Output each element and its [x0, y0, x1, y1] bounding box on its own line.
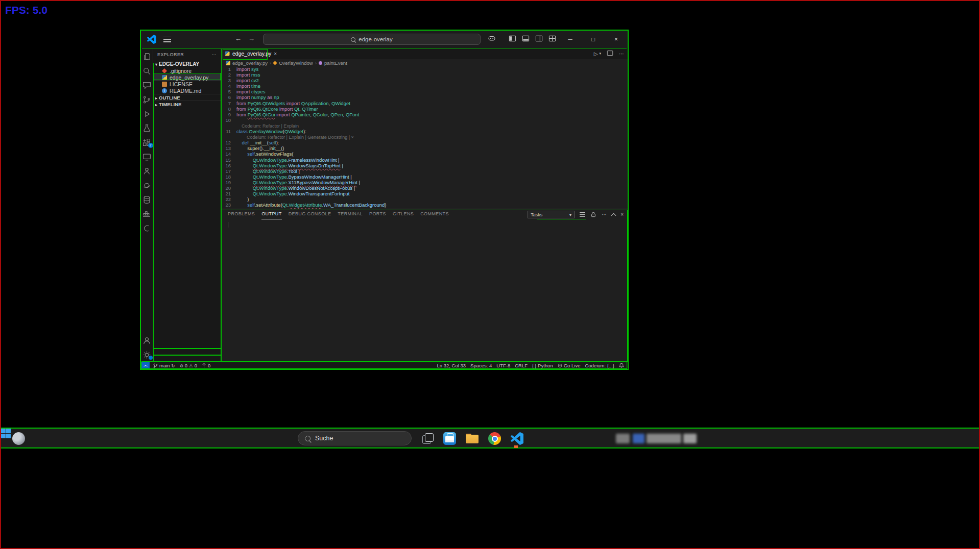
codeium-status[interactable]: Codeium: {...} — [585, 363, 614, 368]
account-icon[interactable] — [141, 333, 153, 347]
line-content: self.setWindowFlags( — [236, 151, 293, 157]
ports-status[interactable]: 0 — [202, 363, 210, 368]
breadcrumb-item[interactable]: edge_overlay.py — [232, 60, 268, 66]
folder-section-header[interactable]: EDGE-OVERLAY — [153, 61, 221, 67]
output-channel-dropdown[interactable]: Tasks ▾ — [528, 211, 575, 218]
customize-layout-icon[interactable] — [548, 35, 556, 44]
forward-icon[interactable]: → — [248, 35, 255, 42]
fps-counter: FPS: 5.0 — [5, 4, 47, 16]
system-tray-redacted[interactable] — [616, 434, 630, 443]
go-live-button[interactable]: Go Live — [558, 363, 581, 368]
code-line-5: 5import ctypes — [221, 89, 628, 94]
panel-tab-problems[interactable]: PROBLEMS — [228, 209, 255, 219]
outline-section[interactable]: OUTLINE — [153, 94, 221, 101]
close-panel-icon[interactable]: × — [620, 212, 624, 217]
file-label: README.md — [170, 88, 201, 94]
code-line-16: 16 Qt.WindowType.WindowStaysOnTopHint | — [221, 163, 628, 168]
docker-icon[interactable] — [141, 207, 153, 221]
source-control-icon[interactable] — [141, 92, 153, 107]
chrome-icon[interactable] — [488, 432, 501, 445]
code-line-1: 1import sys — [221, 66, 628, 72]
toggle-panel-icon[interactable] — [522, 35, 530, 44]
database-icon[interactable] — [141, 192, 153, 207]
menu-hamburger-icon[interactable] — [163, 37, 171, 42]
vscode-taskbar-icon[interactable] — [511, 432, 523, 445]
run-button[interactable]: ▷ — [594, 51, 598, 57]
encoding[interactable]: UTF-8 — [496, 363, 510, 368]
panel-tab-terminal[interactable]: TERMINAL — [338, 209, 363, 219]
run-and-debug-icon[interactable] — [141, 107, 153, 121]
codeium-icon[interactable] — [141, 221, 153, 235]
line-content: import cv2 — [236, 78, 259, 83]
timeline-section[interactable]: TIMELINE — [153, 101, 221, 107]
panel-more-icon[interactable]: ⋯ — [602, 212, 607, 217]
panel-tab-output[interactable]: OUTPUT — [261, 209, 281, 219]
panel-tab-ports[interactable]: PORTS — [369, 209, 386, 219]
file-item-LICENSE[interactable]: LICENSE — [153, 81, 221, 87]
live-share-icon[interactable] — [141, 164, 153, 178]
line-content: self.setAttribute(Qt.WidgetAttribute.WA_… — [236, 202, 386, 208]
task-view-icon[interactable] — [421, 432, 434, 445]
panel-tab-gitlens[interactable]: GITLENS — [393, 209, 414, 219]
output-view[interactable] — [221, 219, 628, 362]
explorer-icon[interactable] — [141, 49, 153, 64]
file-explorer-icon[interactable] — [466, 434, 479, 443]
search-value: edge-overlay — [358, 36, 392, 42]
remote-explorer-icon[interactable] — [141, 149, 153, 164]
jupyter-icon[interactable] — [141, 178, 153, 192]
weather-widget-icon[interactable] — [12, 432, 25, 445]
system-tray-redacted[interactable] — [633, 434, 644, 443]
remote-indicator[interactable]: >< — [141, 362, 150, 369]
close-button[interactable]: × — [605, 31, 628, 48]
problems-status[interactable]: ⊘ 0 ⚠ 0 — [180, 363, 197, 368]
start-button[interactable] — [1, 429, 11, 438]
file-item-.gitignore[interactable]: .gitignore — [153, 67, 221, 74]
notifications-bell-icon[interactable] — [619, 363, 624, 369]
microsoft-store-icon[interactable] — [443, 432, 456, 445]
chat-icon[interactable] — [141, 78, 153, 92]
taskbar-search[interactable]: Suche — [298, 431, 412, 445]
breadcrumb-item[interactable]: OverlayWindow — [279, 60, 313, 66]
sidebar-more-icon[interactable]: ⋯ — [212, 52, 217, 57]
language-mode[interactable]: { } Python — [532, 363, 553, 368]
tab-edge-overlay-py[interactable]: edge_overlay.py × — [221, 48, 267, 59]
timeline-label: TIMELINE — [159, 102, 181, 107]
system-tray-redacted[interactable] — [683, 434, 697, 443]
minimize-button[interactable]: ─ — [559, 31, 582, 48]
sync-icon: ↻ — [172, 363, 175, 368]
panel-tab-comments[interactable]: COMMENTS — [420, 209, 449, 219]
search-icon[interactable] — [141, 64, 153, 78]
file-item-README.md[interactable]: README.md — [153, 87, 221, 94]
run-dropdown-icon[interactable]: ▾ — [599, 52, 601, 56]
settings-gear-icon[interactable] — [141, 347, 153, 362]
breadcrumb-item[interactable]: paintEvent — [324, 60, 347, 66]
copilot-icon[interactable] — [488, 34, 496, 44]
cursor-position[interactable]: Ln 32, Col 33 — [437, 363, 466, 368]
code-editor[interactable]: 1import sys2import mss3import cv24import… — [221, 66, 628, 209]
testing-icon[interactable] — [141, 121, 153, 135]
indentation[interactable]: Spaces: 4 — [470, 363, 492, 368]
taskbar: Suche — [0, 428, 980, 448]
system-tray-clock-redacted[interactable] — [647, 434, 681, 443]
back-icon[interactable]: ← — [235, 35, 242, 42]
maximize-panel-icon[interactable] — [611, 213, 616, 218]
lock-scroll-icon[interactable] — [590, 211, 596, 218]
file-item-edge_overlay.py[interactable]: edge_overlay.py — [153, 74, 221, 81]
eol-sequence[interactable]: CRLF — [515, 363, 528, 368]
panel-tab-debug-console[interactable]: DEBUG CONSOLE — [289, 209, 331, 219]
toggle-primary-sidebar-icon[interactable] — [509, 35, 516, 44]
split-editor-icon[interactable] — [607, 50, 613, 58]
tab-close-icon[interactable]: × — [274, 51, 277, 57]
output-actions-icon[interactable] — [580, 212, 585, 217]
toggle-secondary-sidebar-icon[interactable] — [535, 35, 543, 44]
line-number: 1 — [221, 66, 236, 72]
command-center-search[interactable]: edge-overlay — [263, 34, 481, 45]
maximize-button[interactable]: □ — [582, 31, 605, 48]
branch-status[interactable]: main ↻ — [153, 363, 175, 368]
taskbar-search-label: Suche — [315, 435, 333, 442]
extensions-icon[interactable]: 2 — [141, 135, 153, 149]
code-line-9: 9from PyQt6.QtGui import QPainter, QColo… — [221, 112, 628, 117]
codeium-hint-line: Codeium: Refactor | Explain — [221, 123, 628, 129]
titlebar: ← → edge-overlay — [141, 31, 628, 48]
more-actions-icon[interactable]: ⋯ — [619, 51, 624, 57]
